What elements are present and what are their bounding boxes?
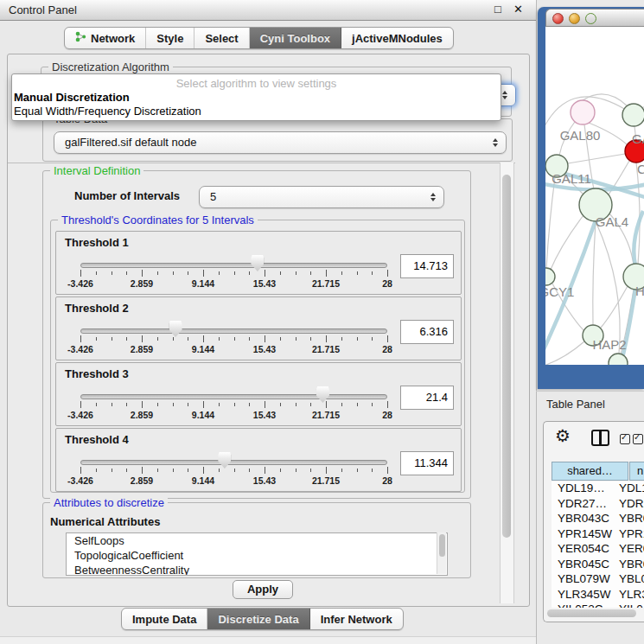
horizontal-scrollbar[interactable]	[546, 609, 641, 618]
attribute-item-topologicalcoefficient[interactable]: TopologicalCoefficient	[67, 548, 447, 563]
combobox-value: galFiltered.sif default node	[65, 136, 196, 149]
tab-cyni-toolbox[interactable]: Cyni Toolbox	[250, 28, 341, 48]
tab-network[interactable]: Network	[65, 28, 146, 48]
cell-name: YDL1	[619, 481, 644, 494]
tick-mark	[357, 403, 358, 406]
algorithm-dropdown-popup: Select algorithm to view settings Manual…	[11, 73, 501, 121]
slider-track[interactable]	[80, 328, 387, 334]
tab-impute-data[interactable]: Impute Data	[122, 609, 207, 629]
scrollbar-thumb[interactable]	[547, 609, 636, 617]
node-label: C	[637, 162, 644, 176]
tick-mark	[112, 271, 112, 275]
slider-track[interactable]	[80, 263, 387, 268]
slider-thumb[interactable]	[316, 386, 329, 403]
numerical-attributes-list[interactable]: SelfLoopsTopologicalCoefficientBetweenne…	[66, 532, 448, 576]
table-row[interactable]: YBL079WYBL0	[552, 572, 644, 588]
minimize-traffic-light-icon[interactable]	[569, 13, 580, 24]
close-traffic-light-icon[interactable]	[552, 13, 564, 24]
tick-label: 2.859	[131, 278, 153, 289]
cell-shared-name: YER054C	[558, 542, 609, 555]
tab-select[interactable]: Select	[194, 28, 249, 48]
tab-style[interactable]: Style	[146, 28, 194, 48]
tick-mark	[326, 467, 327, 474]
apply-button[interactable]: Apply	[233, 580, 293, 599]
network-edge	[601, 286, 628, 328]
table-row[interactable]: YER054CYER0	[552, 542, 644, 558]
threshold-value-input[interactable]: 6.316	[400, 320, 454, 344]
tab-infer-network[interactable]: Infer Network	[310, 609, 403, 629]
table-row[interactable]: YBR043CYBR0	[552, 512, 644, 527]
gear-icon[interactable]: ⚙	[555, 425, 571, 446]
threshold-value-input[interactable]: 21.4	[400, 386, 454, 410]
table-row[interactable]: YDR27…YDR2	[552, 497, 644, 513]
scrollbar-thumb[interactable]	[502, 175, 511, 538]
slider-track[interactable]	[80, 394, 387, 399]
algorithm-option-manual[interactable]: Manual Discretization	[14, 91, 130, 104]
network-node[interactable]	[571, 100, 595, 124]
slider-thumb[interactable]	[251, 255, 264, 271]
tick-mark	[310, 337, 311, 341]
tick-mark	[249, 469, 250, 472]
table-row[interactable]: YIL052CYIL0	[552, 603, 644, 608]
table-row[interactable]: YPR145WYPR1	[552, 527, 644, 543]
close-icon[interactable]: ✕	[513, 3, 523, 16]
tick-mark	[357, 469, 358, 472]
slider-thumb[interactable]	[169, 321, 182, 337]
network-canvas[interactable]: GAL80GACGAL11GAL4GCY1HHAP2	[545, 27, 644, 365]
tick-mark	[372, 403, 373, 406]
tick-label: 28	[382, 410, 392, 420]
tick-mark	[296, 469, 296, 472]
tick-mark	[234, 271, 235, 275]
threshold-slider[interactable]: -3.4262.8599.14415.4321.71528	[80, 429, 387, 491]
table-data-combobox[interactable]: galFiltered.sif default node	[54, 131, 507, 154]
tick-mark	[265, 270, 265, 277]
tick-mark	[387, 270, 388, 277]
float-window-icon[interactable]: □	[494, 3, 501, 16]
checkbox-icon[interactable]	[633, 434, 643, 444]
tab-discretize-data[interactable]: Discretize Data	[207, 609, 309, 629]
tick-mark	[296, 337, 296, 341]
network-edge	[593, 221, 596, 325]
attribute-item-selfloops[interactable]: SelfLoops	[67, 533, 447, 548]
tick-mark	[126, 469, 127, 472]
table-panel: ⚙ shared… n YDL19…YDL1YDR27…YDR2YBR043CY…	[543, 421, 644, 622]
threshold-slider[interactable]: -3.4262.8599.14415.4321.71528	[80, 297, 387, 360]
threshold-slider[interactable]: -3.4262.8599.14415.4321.71528	[80, 363, 387, 425]
threshold-value-input[interactable]: 14.713	[400, 254, 454, 278]
table-row[interactable]: YDL19…YDL1	[552, 481, 644, 497]
control-panel-window: Control Panel □ ✕ NetworkStyleSelectCyni…	[0, 0, 537, 644]
network-node[interactable]	[545, 268, 555, 285]
tick-mark	[142, 401, 143, 408]
threshold-slider[interactable]: -3.4262.8599.14415.4321.71528	[80, 232, 387, 294]
attribute-item-betweennesscentrality[interactable]: BetweennessCentrality	[67, 563, 447, 576]
slider-thumb[interactable]	[218, 452, 231, 469]
cell-shared-name: YIL052C	[558, 603, 603, 608]
slider-track[interactable]	[80, 460, 387, 465]
threshold-value-input[interactable]: 11.344	[400, 451, 454, 475]
column-header-name[interactable]: n	[629, 462, 644, 481]
checkbox-icon[interactable]	[620, 434, 630, 444]
list-scrollbar[interactable]	[437, 532, 446, 574]
tick-mark	[219, 403, 220, 406]
cell-shared-name: YDL19…	[558, 481, 605, 494]
algorithm-option-equal-width[interactable]: Equal Width/Frequency Discretization	[14, 105, 201, 118]
tick-mark	[203, 401, 204, 408]
tick-label: 15.43	[253, 344, 276, 354]
tick-mark	[341, 403, 342, 406]
network-node[interactable]	[622, 104, 644, 126]
columns-icon[interactable]	[591, 430, 609, 446]
tick-mark	[142, 270, 143, 277]
tick-label: 28	[382, 278, 392, 289]
panel-scrollbar[interactable]	[500, 163, 514, 603]
number-of-intervals-combobox[interactable]: 5	[199, 186, 444, 208]
cyni-mode-tabbar: Impute DataDiscretize DataInfer Network	[121, 608, 404, 630]
tick-mark	[96, 271, 97, 275]
network-view-window[interactable]: GAL80GACGAL11GAL4GCY1HHAP2	[538, 7, 644, 389]
table-row[interactable]: YLR345WYLR3	[552, 588, 644, 603]
column-header-shared-name[interactable]: shared…	[552, 462, 628, 481]
tick-label: 21.715	[312, 344, 340, 354]
zoom-traffic-light-icon[interactable]	[585, 13, 596, 24]
network-window-titlebar[interactable]	[545, 9, 644, 27]
tab-jactivemnodules[interactable]: jActiveMNodules	[341, 28, 453, 48]
table-row[interactable]: YBR045CYBR0	[552, 558, 644, 573]
